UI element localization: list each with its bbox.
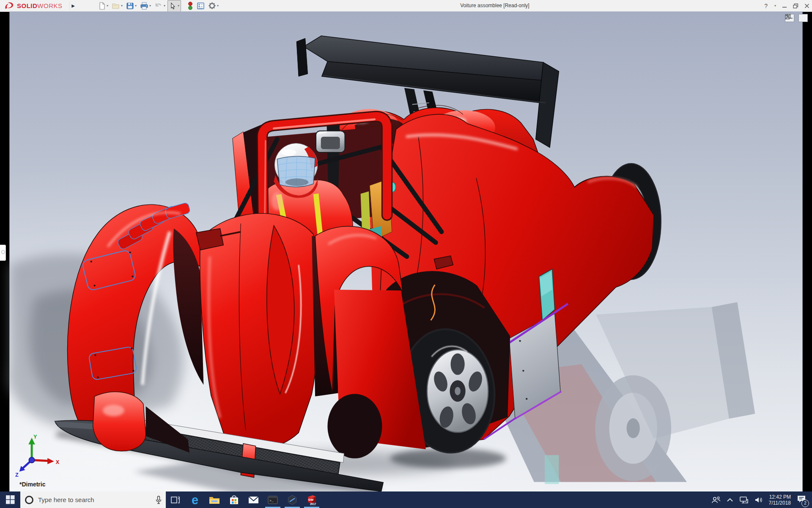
dropdown-arrow[interactable]: ▾ <box>178 4 179 8</box>
file-explorer-icon <box>209 495 220 505</box>
graphics-area[interactable]: *Dimetric <box>0 11 812 491</box>
view-orientation-label: *Dimetric <box>19 481 45 488</box>
save-icon <box>126 2 134 10</box>
close-button[interactable] <box>804 3 809 8</box>
microsoft-store-icon <box>229 495 239 505</box>
nose <box>200 213 318 449</box>
new-document-icon <box>98 2 106 10</box>
help-button[interactable]: ? <box>764 3 768 9</box>
restore-button[interactable] <box>793 3 798 8</box>
clock-time: 12:42 PM <box>769 494 791 500</box>
start-button[interactable] <box>0 491 20 508</box>
clock-date: 7/11/2018 <box>769 500 791 506</box>
title-bar: SOLIDWORKS ▶ ▾ ▾ ▾ <box>0 0 812 12</box>
pane-pin-icon <box>1 250 5 254</box>
featuremanager-collapsed-tab[interactable] <box>0 245 6 261</box>
taskbar-icon-solidworks[interactable]: SW 2017 <box>302 491 321 508</box>
brand-text: SOLIDWORKS <box>17 2 63 9</box>
toolbar-flyout-arrow[interactable]: ▶ <box>69 2 77 10</box>
dropdown-arrow[interactable]: ▾ <box>121 4 123 8</box>
edge-icon: e <box>192 494 198 505</box>
taskbar-icon-edrawings[interactable] <box>283 491 302 508</box>
taskbar-icon-edge[interactable]: e <box>185 491 205 508</box>
print-button[interactable]: ▾ <box>139 0 152 11</box>
taskbar-icon-command-prompt[interactable]: >_ <box>263 491 283 508</box>
svg-text:>_: >_ <box>269 499 274 502</box>
dropdown-arrow[interactable]: ▾ <box>107 4 108 8</box>
gear-icon <box>208 2 216 10</box>
close-document-button[interactable] <box>785 14 790 19</box>
edrawings-hexagon-icon <box>287 495 297 505</box>
action-center-button[interactable]: 2 <box>797 495 806 505</box>
svg-text:SW: SW <box>308 498 314 502</box>
dropdown-arrow[interactable]: ▾ <box>164 4 165 8</box>
cortana-icon <box>25 495 34 505</box>
solidworks-logo: SOLIDWORKS <box>0 2 68 10</box>
minimize-button[interactable] <box>782 3 787 8</box>
ds-swirl-icon <box>4 2 15 10</box>
file-properties-icon <box>197 2 205 10</box>
new-document-button[interactable]: ▾ <box>97 0 110 11</box>
front-wheel-arch-shadow <box>327 394 382 458</box>
help-dropdown-arrow[interactable]: ▾ <box>774 4 776 8</box>
file-properties-button[interactable] <box>195 0 206 11</box>
system-tray: 12:42 PM 7/11/2018 2 <box>711 491 812 508</box>
microphone-icon[interactable] <box>156 496 162 504</box>
options-button[interactable]: ▾ <box>207 0 220 11</box>
mail-icon <box>248 496 259 504</box>
dropdown-arrow[interactable]: ▾ <box>135 4 137 8</box>
sw-year-label: 2017 <box>310 502 316 505</box>
window-title: Voiture assomblee [Read-only] <box>431 0 558 11</box>
main-toolbar: ▾ ▾ ▾ ▾ ▾ <box>97 0 220 12</box>
windows-logo-icon <box>6 495 15 504</box>
taskbar-icon-store[interactable] <box>224 491 244 508</box>
network-icon[interactable] <box>739 496 749 504</box>
rebuild-button[interactable] <box>186 0 195 11</box>
solidworks-2017-icon: SW 2017 <box>306 494 317 505</box>
task-view-icon <box>171 495 180 505</box>
fender-pod <box>93 392 146 451</box>
titlebar-controls: ? ▾ <box>764 0 809 11</box>
search-placeholder: Type here to search <box>38 496 151 503</box>
select-arrow-icon <box>169 2 177 10</box>
triad-z-label: Z <box>15 472 19 478</box>
triad-x-label: X <box>56 459 60 465</box>
dropdown-arrow[interactable]: ▾ <box>149 4 151 8</box>
volume-icon[interactable] <box>754 496 763 504</box>
rebuild-traffic-light-icon <box>187 2 193 10</box>
hidden-icons-chevron[interactable] <box>727 498 733 502</box>
front-clamshell[interactable] <box>55 202 426 491</box>
notification-badge: 2 <box>801 500 809 507</box>
open-button[interactable]: ▾ <box>110 0 124 11</box>
command-prompt-icon: >_ <box>268 496 278 504</box>
open-icon <box>112 2 120 10</box>
people-icon[interactable] <box>711 496 721 504</box>
taskbar-icon-file-explorer[interactable] <box>205 491 224 508</box>
print-icon <box>140 2 148 10</box>
rear-view-mirror[interactable] <box>316 131 345 152</box>
taskbar-clock[interactable]: 12:42 PM 7/11/2018 <box>769 494 791 506</box>
undo-icon <box>154 2 163 10</box>
select-tool-button[interactable]: ▾ <box>167 0 181 12</box>
dropdown-arrow[interactable]: ▾ <box>217 4 219 8</box>
windows-taskbar: Type here to search e <box>0 491 812 508</box>
triad-y-label: Y <box>33 434 37 440</box>
taskbar-search[interactable]: Type here to search <box>20 491 166 508</box>
taskbar-icon-task-view[interactable] <box>166 491 185 508</box>
3d-model-canvas[interactable]: Y X Z <box>0 11 812 491</box>
undo-button[interactable]: ▾ <box>153 0 167 11</box>
taskbar-icon-mail[interactable] <box>244 491 263 508</box>
next-pane-button[interactable] <box>798 14 808 22</box>
document-window-controls <box>785 14 808 22</box>
save-button[interactable]: ▾ <box>125 0 138 11</box>
